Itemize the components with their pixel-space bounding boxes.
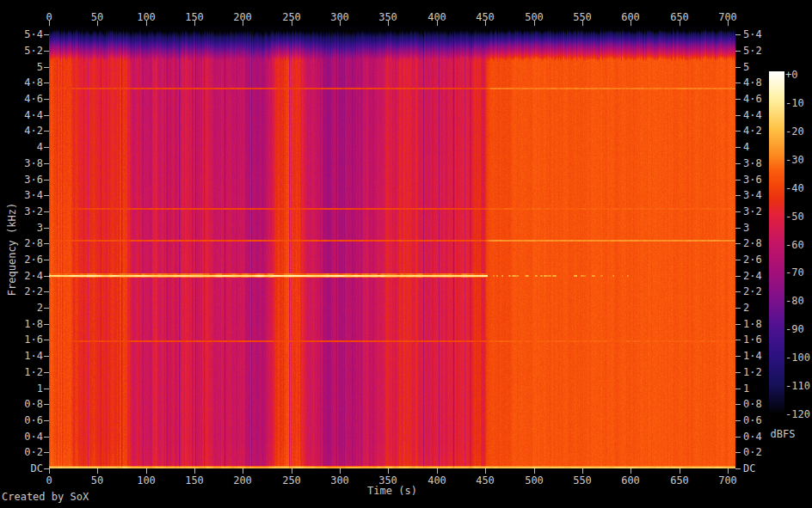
freq-tick-label-left: 5·4 xyxy=(9,28,43,40)
freq-tick-label-right: 0·6 xyxy=(743,414,781,426)
freq-tick-label-right: 3·2 xyxy=(743,205,781,217)
time-tick-label-bottom: 250 xyxy=(270,474,313,487)
time-tick-bottom xyxy=(97,468,98,474)
freq-tick-right xyxy=(735,340,741,340)
freq-tick-left xyxy=(44,308,49,309)
time-tick-bottom xyxy=(485,468,486,474)
freq-tick-left xyxy=(44,51,49,52)
time-tick-label-top: 450 xyxy=(464,11,507,23)
freq-tick-right xyxy=(735,195,741,196)
freq-tick-left xyxy=(44,372,49,373)
level-tick-label: -50 xyxy=(785,211,812,223)
freq-tick-right xyxy=(735,147,741,148)
freq-tick-label-left: 0·4 xyxy=(9,431,43,443)
freq-tick-label-right: 3·6 xyxy=(743,174,781,186)
freq-tick-left xyxy=(44,437,49,438)
freq-tick-right xyxy=(735,243,741,244)
freq-tick-right xyxy=(735,67,741,68)
freq-tick-left xyxy=(44,99,49,100)
level-tick-label: -40 xyxy=(785,182,812,194)
level-tick-label: -90 xyxy=(785,323,812,335)
freq-tick-label-right: 1 xyxy=(743,383,781,395)
time-tick-bottom xyxy=(631,468,631,474)
freq-tick-right xyxy=(735,34,741,35)
freq-tick-right xyxy=(735,468,741,469)
time-tick-label-top: 350 xyxy=(366,11,409,23)
freq-tick-right xyxy=(735,131,741,132)
freq-tick-left xyxy=(44,260,49,260)
time-tick-bottom xyxy=(49,468,50,474)
freq-tick-right xyxy=(735,99,741,100)
freq-tick-label-left: 2·6 xyxy=(9,254,43,266)
freq-tick-label-left: 4 xyxy=(9,141,43,153)
freq-tick-label-left: 3·4 xyxy=(9,189,43,201)
freq-tick-right xyxy=(735,211,741,212)
freq-tick-left xyxy=(44,389,49,389)
time-tick-label-top: 100 xyxy=(125,11,168,23)
freq-tick-right xyxy=(735,51,741,52)
time-tick-label-bottom: 500 xyxy=(513,474,556,487)
freq-tick-label-left: 4·2 xyxy=(9,125,43,137)
time-tick-label-bottom: 200 xyxy=(221,474,264,487)
freq-tick-label-left: 1·2 xyxy=(9,366,43,378)
freq-tick-label-left: 4·6 xyxy=(9,93,43,105)
freq-tick-label-left: 2 xyxy=(9,302,43,314)
freq-tick-label-left: 1·8 xyxy=(9,318,43,330)
time-tick-label-top: 50 xyxy=(76,11,119,23)
freq-tick-right xyxy=(735,437,741,438)
freq-tick-left xyxy=(44,115,49,116)
time-tick-label-bottom: 150 xyxy=(173,474,216,487)
time-tick-label-top: 200 xyxy=(221,11,264,23)
freq-tick-label-right: 4·4 xyxy=(743,109,781,121)
time-tick-label-bottom: 550 xyxy=(561,474,604,487)
freq-tick-left xyxy=(44,34,49,35)
freq-tick-label-left: 1·6 xyxy=(9,334,43,346)
freq-tick-label-right: 2·2 xyxy=(743,285,781,297)
level-tick-label: -110 xyxy=(785,380,812,392)
time-tick-label-top: 550 xyxy=(561,11,604,23)
time-tick-label-bottom: 50 xyxy=(76,474,119,487)
freq-tick-left xyxy=(44,67,49,68)
freq-tick-right xyxy=(735,389,741,389)
time-tick-label-bottom: 400 xyxy=(415,474,458,487)
freq-tick-left xyxy=(44,131,49,132)
time-tick-label-bottom: 0 xyxy=(28,474,71,487)
sox-credit: Created by SoX xyxy=(2,491,89,503)
freq-tick-label-right: DC xyxy=(743,462,781,474)
freq-tick-label-right: 4 xyxy=(743,141,781,153)
time-tick-label-top: 150 xyxy=(173,11,216,23)
freq-tick-label-left: 3·2 xyxy=(9,205,43,217)
freq-tick-label-left: 2·8 xyxy=(9,237,43,249)
freq-tick-label-left: 0·6 xyxy=(9,414,43,426)
sox-spectrogram-window: Frequency (kHz) Time (s) dBFS Created by… xyxy=(0,0,812,508)
time-tick-label-top: 0 xyxy=(28,11,71,23)
freq-tick-left xyxy=(44,324,49,325)
time-tick-label-top: 300 xyxy=(318,11,361,23)
time-tick-label-bottom: 300 xyxy=(318,474,361,487)
freq-tick-label-right: 2·4 xyxy=(743,270,781,282)
time-tick-label-bottom: 700 xyxy=(706,474,749,487)
freq-tick-left xyxy=(44,356,49,357)
level-tick-label: -70 xyxy=(785,266,812,278)
freq-tick-label-right: 1·6 xyxy=(743,334,781,346)
freq-tick-left xyxy=(44,404,49,405)
time-tick-bottom xyxy=(437,468,438,474)
time-tick-label-top: 650 xyxy=(658,11,701,23)
freq-tick-label-right: 3·4 xyxy=(743,189,781,201)
level-tick-label: +0 xyxy=(785,69,812,81)
freq-tick-label-left: 4·4 xyxy=(9,109,43,121)
freq-tick-right xyxy=(735,260,741,260)
time-tick-label-top: 500 xyxy=(513,11,556,23)
x-axis-title: Time (s) xyxy=(306,485,478,497)
level-tick-label: -20 xyxy=(785,125,812,138)
freq-tick-left xyxy=(44,291,49,292)
freq-tick-label-left: 0·8 xyxy=(9,398,43,410)
freq-tick-left xyxy=(44,195,49,196)
freq-tick-left xyxy=(44,228,49,229)
time-tick-label-bottom: 600 xyxy=(609,474,652,487)
freq-tick-label-left: 3 xyxy=(9,222,43,234)
freq-tick-left xyxy=(44,163,49,164)
freq-tick-right xyxy=(735,356,741,357)
freq-tick-left xyxy=(44,420,49,421)
time-tick-label-top: 700 xyxy=(706,11,749,23)
